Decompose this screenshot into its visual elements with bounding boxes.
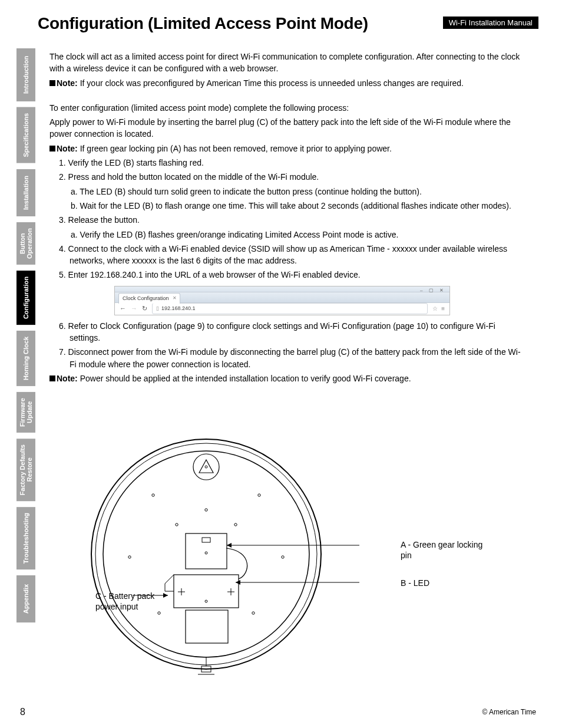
step-6: 6. Refer to Clock Configuration (page 9)…: [49, 320, 523, 344]
browser-url-bar: ← → ↻ ▯ 192.168.240.1 ☆ ≡: [115, 303, 449, 315]
note-2: Note: If green gear locking pin (A) has …: [49, 143, 523, 154]
svg-point-13: [205, 509, 207, 511]
step-7: 7. Disconnect power from the Wi-Fi modul…: [49, 346, 523, 370]
svg-point-5: [152, 494, 154, 496]
reload-icon: ↻: [142, 304, 147, 314]
menu-icon: ≡: [441, 305, 445, 314]
step-3a: a. Verify the LED (B) flashes green/oran…: [49, 229, 523, 241]
star-icon: ☆: [432, 305, 438, 314]
callout-b: B - LED: [401, 578, 429, 588]
svg-rect-15: [186, 533, 227, 569]
note-3: Note: Power should be applied at the int…: [49, 373, 523, 384]
sidebar-tab-appendix[interactable]: Appendix: [16, 575, 35, 622]
url-text: 192.168.240.1: [161, 305, 196, 312]
note-1: Note: If your clock was preconfigured by…: [49, 77, 523, 89]
browser-tab-row: Clock Configuration ✕: [115, 292, 449, 303]
copyright-text: © American Time: [482, 708, 536, 716]
svg-point-9: [158, 612, 160, 614]
sidebar-tab-introduction[interactable]: Introduction: [16, 48, 35, 101]
svg-point-12: [234, 523, 237, 526]
svg-point-7: [128, 556, 131, 558]
back-icon: ←: [120, 304, 126, 314]
forward-icon: →: [131, 304, 137, 314]
page-title: Configuration (Limited Access Point Mode…: [38, 14, 368, 33]
square-bullet-icon: [49, 375, 55, 381]
page-number: 8: [20, 707, 25, 717]
sidebar-tab-specifications[interactable]: Specifications: [16, 107, 35, 163]
sidebar-tab-troubleshooting[interactable]: Troubleshooting: [16, 507, 35, 569]
sidebar-tab-installation[interactable]: Installation: [16, 169, 35, 216]
svg-point-10: [252, 612, 254, 614]
apply-power-text: Apply power to Wi-Fi module by inserting…: [49, 116, 523, 140]
sidebar-tab-firmware[interactable]: Firmware Update: [16, 392, 35, 433]
clock-diagram: A - Green gear locking pin B - LED C - B…: [82, 430, 530, 696]
step-2: 2. Press and hold the button located on …: [49, 171, 523, 183]
sidebar-tab-button[interactable]: Button Operation: [16, 222, 35, 265]
step-2b: b. Wait for the LED (B) to flash orange …: [49, 200, 523, 212]
callout-a: A - Green gear locking pin: [401, 539, 483, 561]
sidebar-nav: IntroductionSpecificationsInstallationBu…: [16, 48, 35, 622]
main-content: The clock will act as a limited access p…: [49, 51, 523, 387]
browser-tab: Clock Configuration ✕: [118, 293, 180, 304]
header-badge: Wi-Fi Installation Manual: [443, 17, 538, 29]
svg-point-3: [193, 454, 219, 480]
sidebar-tab-factory[interactable]: Factory Defaults Restore: [16, 439, 35, 501]
square-bullet-icon: [49, 80, 55, 86]
browser-tab-title: Clock Configuration: [123, 295, 169, 301]
step-2a: a. The LED (B) should turn solid green t…: [49, 186, 523, 197]
browser-titlebar: – ▢ ✕: [115, 286, 449, 292]
svg-point-6: [258, 494, 260, 496]
intro-text: The clock will act as a limited access p…: [49, 51, 523, 75]
page-icon: ▯: [156, 305, 159, 312]
sidebar-tab-configuration[interactable]: Configuration: [16, 271, 35, 325]
callout-c: C - Battery pack power input: [95, 591, 166, 612]
sidebar-tab-homing[interactable]: Homing Clock: [16, 331, 35, 386]
step-3: 3. Release the button.: [49, 214, 523, 226]
step-1: 1. Verify the LED (B) starts flashing re…: [49, 157, 523, 169]
svg-point-8: [282, 556, 284, 558]
svg-point-4: [205, 466, 207, 468]
step-4: 4. Connect to the clock with a Wi-Fi ena…: [49, 243, 523, 267]
close-icon: ✕: [173, 295, 177, 302]
svg-point-11: [176, 523, 178, 526]
step-5: 5. Enter 192.168.240.1 into the URL of a…: [49, 269, 523, 281]
square-bullet-icon: [49, 146, 55, 151]
svg-rect-24: [186, 610, 228, 643]
svg-marker-29: [227, 543, 232, 548]
browser-screenshot: – ▢ ✕ Clock Configuration ✕ ← → ↻ ▯ 192.…: [114, 286, 450, 315]
enter-config-text: To enter configuration (limited access p…: [49, 102, 523, 114]
url-input: ▯ 192.168.240.1: [152, 303, 428, 314]
svg-rect-18: [174, 575, 239, 608]
